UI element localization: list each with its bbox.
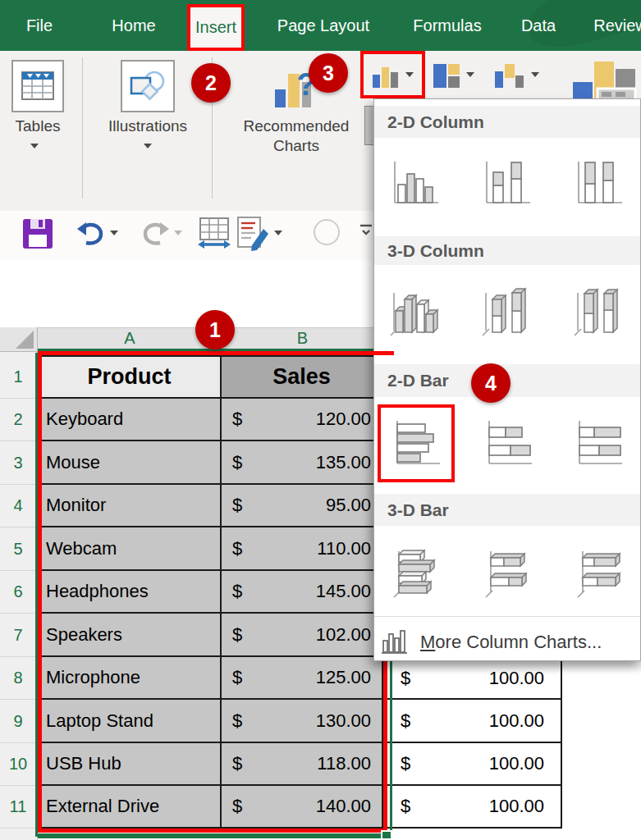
step-badge-1: 1 [195, 310, 235, 349]
illustrations-shapes-icon [129, 69, 167, 103]
waterfall-chart-chevron-down-icon[interactable] [531, 72, 539, 77]
tab-file[interactable]: File [15, 0, 64, 51]
waterfall-chart-icon[interactable] [490, 61, 526, 90]
chart-thumb-3d-100-stacked-column[interactable] [573, 286, 625, 339]
hierarchy-chart-icon[interactable] [433, 62, 460, 90]
tab-home[interactable]: Home [103, 0, 165, 51]
redo-chevron-down-icon[interactable] [174, 231, 182, 235]
step-badge-3: 3 [309, 53, 348, 93]
cell-extra[interactable]: $100.00 [383, 743, 562, 786]
column-header-a[interactable]: A [38, 327, 222, 349]
fill-handle[interactable] [381, 830, 392, 840]
recommended-charts-label[interactable]: Recommended Charts [238, 116, 355, 156]
customize-qat-icon[interactable] [359, 223, 373, 240]
chart-thumb-3d-clustered-bar[interactable] [389, 546, 442, 599]
section-2d-column: 2-D Column [374, 106, 640, 138]
row-header-8[interactable]: 8 [0, 657, 36, 700]
select-all-triangle-icon [16, 331, 34, 349]
tab-insert-label: Insert [195, 18, 236, 37]
cell-extra[interactable]: $100.00 [383, 786, 562, 829]
step-badge-4: 4 [471, 363, 511, 403]
tab-insert-active[interactable]: Insert [187, 4, 245, 51]
chart-thumb-100-stacked-column[interactable] [573, 157, 625, 209]
chart-thumb-clustered-column[interactable] [389, 157, 442, 209]
chart-thumb-3d-stacked-column[interactable] [481, 286, 533, 339]
row-header-3[interactable]: 3 [0, 441, 36, 485]
row-header-9[interactable]: 9 [0, 700, 36, 743]
selected-range-highlight [38, 351, 387, 833]
tables-button[interactable] [11, 60, 64, 112]
hierarchy-chart-chevron-down-icon[interactable] [466, 72, 474, 77]
more-charts-label: ore Column Charts... [435, 632, 602, 653]
save-icon[interactable] [21, 217, 54, 250]
group-separator [82, 57, 83, 199]
combo-chart-icon[interactable] [566, 56, 641, 100]
column-chart-button-highlight [360, 51, 425, 98]
row-header-1[interactable]: 1 [0, 355, 36, 399]
selected-range-highlight-top [38, 351, 394, 355]
selection-border-bottom [38, 833, 391, 838]
chart-thumb-stacked-bar[interactable] [483, 418, 535, 470]
undo-chevron-down-icon[interactable] [110, 231, 118, 235]
illustrations-button[interactable] [121, 60, 175, 112]
section-3d-column: 3-D Column [374, 236, 640, 265]
tables-chevron-down-icon[interactable] [30, 144, 39, 148]
more-charts-accel: M [420, 632, 435, 653]
column-width-icon[interactable] [197, 217, 231, 249]
illustrations-group-label: Illustrations [95, 116, 200, 136]
row-header-6[interactable]: 6 [0, 571, 36, 614]
select-all-button[interactable] [0, 327, 38, 352]
excel-window: File Home Page Layout Formulas Data Revi… [0, 0, 641, 840]
undo-icon[interactable] [76, 220, 107, 248]
more-column-charts-item[interactable]: More Column Charts... [420, 629, 602, 655]
edit-document-icon[interactable] [236, 216, 269, 252]
row-header-10[interactable]: 10 [0, 743, 36, 786]
row-header-5[interactable]: 5 [0, 527, 36, 571]
chart-thumb-3d-stacked-bar[interactable] [481, 546, 533, 599]
illustrations-chevron-down-icon[interactable] [144, 144, 152, 148]
row-header-11[interactable]: 11 [0, 786, 36, 829]
chart-thumb-3d-100-stacked-bar[interactable] [573, 546, 625, 599]
tab-data[interactable]: Data [515, 0, 561, 51]
ribbon-tab-bar: File Home Page Layout Formulas Data Revi… [0, 0, 641, 51]
shape-circle-icon[interactable] [314, 219, 340, 245]
chart-thumb-stacked-column[interactable] [481, 157, 533, 209]
redo-icon[interactable] [140, 220, 171, 248]
chart-thumb-100-stacked-bar[interactable] [573, 418, 625, 470]
more-charts-icon [381, 629, 409, 655]
clustered-bar-highlight [378, 404, 455, 482]
column-header-b[interactable]: B [222, 327, 383, 349]
row-header-4[interactable]: 4 [0, 485, 36, 527]
cell-extra[interactable]: $100.00 [383, 657, 562, 700]
row-header-7[interactable]: 7 [0, 614, 36, 657]
tab-review[interactable]: Review [588, 0, 641, 51]
step-badge-2: 2 [191, 63, 231, 103]
tab-formulas[interactable]: Formulas [410, 0, 485, 51]
table-icon [21, 70, 55, 103]
row-header-2[interactable]: 2 [0, 399, 36, 441]
chart-thumb-3d-clustered-column[interactable] [389, 286, 442, 339]
tab-page-layout[interactable]: Page Layout [269, 0, 378, 51]
cell-extra[interactable]: $100.00 [383, 700, 562, 743]
tables-group-label: Tables [5, 116, 71, 136]
menu-divider [374, 616, 640, 617]
section-3d-bar: 3-D Bar [374, 494, 640, 526]
edit-document-chevron-down-icon[interactable] [274, 231, 282, 235]
